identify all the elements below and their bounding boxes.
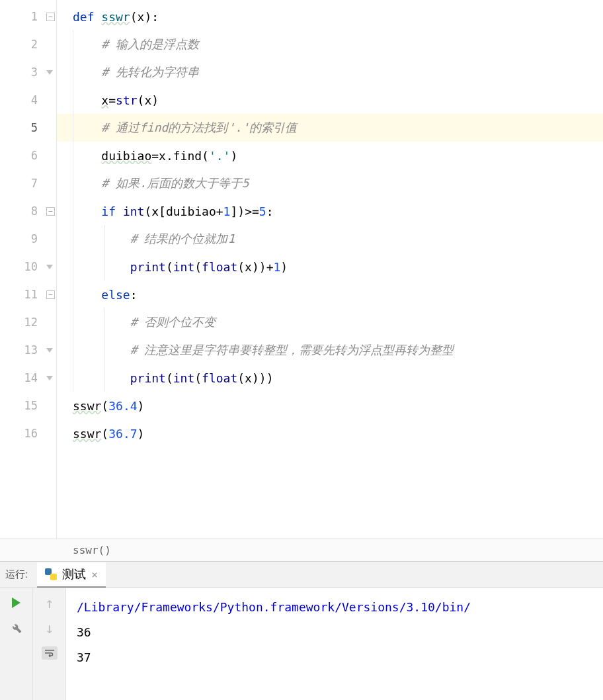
gutter-line[interactable]: 9 [0,225,56,253]
scroll-up-button[interactable]: ↑ [42,595,58,611]
code-text: ) [230,149,237,163]
comment: # 输入的是浮点数 [101,37,199,51]
code-text: (x[duibiao+ [144,204,223,218]
run-toolbar-mid: ↑ ↓ [33,588,66,700]
code-text: ( [194,371,202,385]
fold-collapse-icon[interactable] [46,13,55,21]
gutter-line[interactable]: 13 [0,336,56,364]
string-literal: '.' [209,149,231,163]
gutter-line[interactable]: 3 [0,58,56,86]
code-text: ( [194,260,202,274]
number: 36.7 [108,427,137,441]
close-icon[interactable]: × [91,568,98,581]
fold-collapse-icon[interactable] [46,290,55,299]
keyword-else: else [101,288,130,302]
run-body: ↑ ↓ /Library/Frameworks/Python.framework… [0,588,603,700]
function-name: sswr [101,10,130,24]
builtin-str: str [116,93,138,107]
line-number: 7 [31,177,38,190]
code-text: ])>= [230,204,259,218]
fold-end-icon[interactable] [46,70,53,75]
line-number: 11 [24,288,38,301]
gutter-line[interactable]: 10 [0,253,56,281]
builtin-float: float [202,260,237,274]
line-number: 4 [31,93,38,107]
comment: # 通过find的方法找到'.'的索引值 [101,120,297,134]
line-number: 3 [31,66,38,79]
line-number: 14 [24,371,38,384]
soft-wrap-button[interactable] [42,645,58,661]
gutter-line[interactable]: 4 [0,86,56,114]
breadcrumb-bar: sswr() [0,539,603,561]
line-number: 2 [31,38,38,51]
code-text: ( [101,427,108,441]
run-tab[interactable]: 测试 × [37,562,106,588]
keyword-if: if [101,204,123,218]
code-text: : [266,204,274,218]
function-call: sswr [73,399,101,413]
tab-name: 测试 [62,566,86,582]
code-text: ( [166,371,173,385]
line-number: 15 [24,399,38,412]
comment: # 如果.后面的数大于等于5 [101,176,249,190]
fold-end-icon[interactable] [46,348,53,353]
scroll-down-button[interactable]: ↓ [42,620,58,636]
gutter-line[interactable]: 14 [0,364,56,392]
run-toolbar-left [0,588,33,700]
code-text: (x))) [237,371,273,385]
builtin-print: print [130,260,166,274]
gutter-line[interactable]: 1 [0,3,56,30]
fold-end-icon[interactable] [46,265,53,269]
code-text: = [108,93,116,107]
code-text: ( [166,260,173,274]
line-number: 8 [31,204,38,218]
comment: # 结果的个位就加1 [130,232,235,245]
line-number: 9 [31,232,38,245]
run-tabs: 运行: 测试 × [0,562,603,588]
run-panel: 运行: 测试 × ↑ ↓ /Library/Frameworks/Python.… [0,561,603,700]
code-text: ) [280,260,288,274]
gutter-line[interactable]: 2 [0,30,56,58]
code-text: (x))+ [237,260,273,274]
soft-wrap-icon [42,646,58,660]
editor-area: 12345678910111213141516 def sswr(x): # 输… [0,0,603,539]
console-line: 36 [77,620,592,645]
console-output[interactable]: /Library/Frameworks/Python.framework/Ver… [66,588,603,700]
run-button[interactable] [9,595,24,611]
python-icon [45,568,57,580]
gutter-line[interactable]: 11 [0,281,56,308]
gutter-line[interactable]: 5 [0,114,56,142]
code-area[interactable]: def sswr(x): # 输入的是浮点数 # 先转化为字符串 x=str(x… [57,0,603,539]
line-number: 13 [24,343,38,357]
number: 36.4 [108,399,137,413]
line-number: 5 [31,121,38,134]
line-number: 10 [24,260,38,273]
line-number: 6 [31,149,38,162]
variable: duibiao [101,149,151,163]
wrench-icon [11,622,22,634]
gutter-line[interactable]: 6 [0,142,56,169]
fold-end-icon[interactable] [46,376,53,380]
code-text: =x.find( [151,149,209,163]
gutter-line[interactable]: 16 [0,419,56,447]
line-number: 12 [24,316,38,329]
code-text: (x): [130,10,159,24]
line-number: 1 [31,10,38,23]
gutter-line[interactable]: 12 [0,308,56,336]
comment: # 注意这里是字符串要转整型，需要先转为浮点型再转为整型 [130,343,454,357]
gutter-line[interactable]: 8 [0,197,56,225]
console-line: 37 [77,645,592,670]
number: 1 [223,204,231,218]
keyword-def: def [73,10,101,24]
breadcrumb[interactable]: sswr() [73,544,111,556]
code-text: ( [101,399,108,413]
console-path: /Library/Frameworks/Python.framework/Ver… [77,595,592,620]
gutter-line[interactable]: 7 [0,169,56,197]
fold-collapse-icon[interactable] [46,207,55,216]
variable: x [101,93,108,107]
settings-button[interactable] [9,620,24,636]
gutter-line[interactable]: 15 [0,392,56,419]
run-label: 运行: [5,568,28,581]
function-call: sswr [73,427,101,441]
line-number: 16 [24,427,38,440]
